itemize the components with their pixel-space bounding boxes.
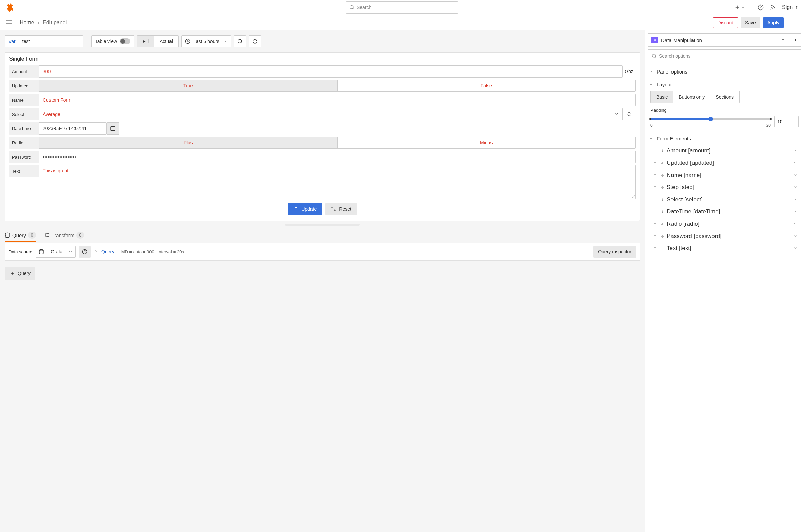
move-down-icon[interactable] bbox=[659, 197, 666, 202]
chevron-down-icon[interactable] bbox=[793, 221, 797, 227]
update-button[interactable]: Update bbox=[288, 203, 322, 215]
form-elements-label: Form Elements bbox=[657, 135, 691, 141]
query-options-link[interactable]: Query... bbox=[101, 249, 118, 254]
move-up-icon[interactable] bbox=[652, 246, 658, 250]
move-up-icon[interactable] bbox=[652, 234, 658, 238]
time-range-picker[interactable]: Last 6 hours bbox=[181, 35, 231, 48]
updated-true[interactable]: True bbox=[39, 80, 337, 92]
resize-bar[interactable] bbox=[285, 224, 360, 226]
apply-button[interactable]: Apply bbox=[763, 17, 784, 28]
padding-input[interactable] bbox=[774, 116, 799, 128]
move-down-icon[interactable] bbox=[659, 210, 666, 214]
query-expand-chevron[interactable] bbox=[94, 249, 98, 254]
fill-option[interactable]: Fill bbox=[137, 36, 154, 47]
resize-handle[interactable] bbox=[631, 194, 635, 198]
update-label: Update bbox=[301, 206, 317, 212]
name-label: Name bbox=[9, 94, 39, 106]
datasource-select[interactable]: -- Grafa... bbox=[36, 246, 76, 258]
calendar-button[interactable] bbox=[107, 122, 119, 134]
divider bbox=[751, 4, 751, 11]
reset-button[interactable]: Reset bbox=[325, 203, 357, 215]
layout-sections[interactable]: Sections bbox=[710, 91, 739, 103]
variable-input[interactable]: test bbox=[19, 35, 83, 48]
chevron-down-icon[interactable] bbox=[793, 147, 797, 154]
move-up-icon[interactable] bbox=[652, 161, 658, 165]
move-down-icon[interactable] bbox=[659, 173, 666, 177]
form-element-item[interactable]: Radio [radio] bbox=[651, 218, 799, 230]
global-search[interactable]: Search bbox=[346, 1, 458, 14]
move-down-icon[interactable] bbox=[659, 185, 666, 189]
form-element-item[interactable]: Amount [amount] bbox=[651, 145, 799, 157]
move-up-icon[interactable] bbox=[652, 173, 658, 177]
chevron-down-icon[interactable] bbox=[793, 159, 797, 166]
actual-option[interactable]: Actual bbox=[154, 36, 178, 47]
move-up-icon[interactable] bbox=[652, 185, 658, 189]
amount-input[interactable] bbox=[39, 65, 623, 78]
name-input[interactable] bbox=[39, 94, 636, 106]
refresh-button[interactable] bbox=[249, 35, 261, 48]
chevron-down-icon[interactable] bbox=[793, 196, 797, 203]
breadcrumb: Home › Edit panel bbox=[20, 20, 67, 26]
section-form-elements[interactable]: Form Elements bbox=[645, 132, 804, 145]
signin-link[interactable]: Sign in bbox=[782, 4, 799, 11]
tab-query[interactable]: Query 0 bbox=[5, 230, 36, 242]
table-view-toggle[interactable]: Table view bbox=[91, 35, 134, 48]
radio-minus[interactable]: Minus bbox=[337, 137, 636, 148]
move-down-icon[interactable] bbox=[659, 161, 666, 165]
move-up-icon[interactable] bbox=[652, 222, 658, 226]
form-element-label: Text [text] bbox=[667, 245, 691, 252]
crumb-home[interactable]: Home bbox=[20, 20, 34, 26]
chevron-down-icon[interactable] bbox=[793, 245, 797, 252]
layout-label: Layout bbox=[657, 82, 672, 88]
discard-button[interactable]: Discard bbox=[713, 17, 738, 28]
viz-next-button[interactable] bbox=[789, 34, 801, 46]
form-element-label: Amount [amount] bbox=[667, 147, 710, 154]
datasource-help-button[interactable] bbox=[79, 246, 91, 258]
chevron-down-icon[interactable] bbox=[793, 184, 797, 191]
move-down-icon[interactable] bbox=[659, 222, 666, 226]
form-element-item[interactable]: DateTime [dateTime] bbox=[651, 206, 799, 218]
move-down-icon[interactable] bbox=[659, 234, 666, 238]
datetime-input[interactable] bbox=[39, 122, 107, 134]
toggle-switch[interactable] bbox=[120, 38, 131, 44]
password-input[interactable]: •••••••••••••••••••• bbox=[39, 151, 636, 163]
section-layout[interactable]: Layout bbox=[645, 78, 804, 91]
tab-query-label: Query bbox=[12, 232, 26, 238]
collapse-button[interactable] bbox=[788, 17, 799, 28]
save-button[interactable]: Save bbox=[741, 17, 760, 28]
tab-transform[interactable]: Transform 0 bbox=[44, 230, 84, 242]
section-panel-options[interactable]: Panel options bbox=[645, 65, 804, 78]
add-query-button[interactable]: Query bbox=[5, 267, 35, 280]
layout-basic[interactable]: Basic bbox=[651, 91, 673, 103]
padding-slider[interactable] bbox=[651, 116, 771, 122]
query-inspector-button[interactable]: Query inspector bbox=[593, 246, 636, 258]
select-input[interactable]: Average bbox=[39, 108, 623, 120]
add-menu[interactable] bbox=[734, 4, 745, 11]
form-element-item[interactable]: Updated [updated] bbox=[651, 157, 799, 169]
viz-picker[interactable]: ▦ Data Manipulation bbox=[648, 33, 801, 47]
radio-plus[interactable]: Plus bbox=[39, 137, 337, 148]
options-search[interactable]: Search options bbox=[648, 50, 801, 62]
layout-buttons-only[interactable]: Buttons only bbox=[673, 91, 710, 103]
text-textarea[interactable]: This is great! bbox=[39, 165, 636, 199]
zoom-out-button[interactable] bbox=[234, 35, 246, 48]
variable-label[interactable]: Var bbox=[5, 35, 19, 48]
move-up-icon[interactable] bbox=[652, 197, 658, 202]
form-element-item[interactable]: Name [name] bbox=[651, 169, 799, 181]
chevron-down-icon[interactable] bbox=[793, 172, 797, 178]
form-element-item[interactable]: Select [select] bbox=[651, 193, 799, 206]
datasource-label: Data source bbox=[8, 249, 32, 254]
chevron-down-icon[interactable] bbox=[793, 208, 797, 215]
hamburger-icon[interactable] bbox=[5, 18, 13, 27]
radio-label: Radio bbox=[9, 136, 39, 149]
form-element-item[interactable]: Password [password] bbox=[651, 230, 799, 242]
move-up-icon[interactable] bbox=[652, 210, 658, 214]
news-icon[interactable] bbox=[770, 4, 776, 11]
help-icon[interactable] bbox=[758, 4, 764, 11]
chevron-down-icon[interactable] bbox=[793, 233, 797, 240]
updated-false[interactable]: False bbox=[337, 80, 636, 92]
form-element-item[interactable]: Text [text] bbox=[651, 242, 799, 254]
move-down-icon[interactable] bbox=[659, 149, 666, 153]
reset-label: Reset bbox=[339, 206, 352, 212]
form-element-item[interactable]: Step [step] bbox=[651, 181, 799, 193]
